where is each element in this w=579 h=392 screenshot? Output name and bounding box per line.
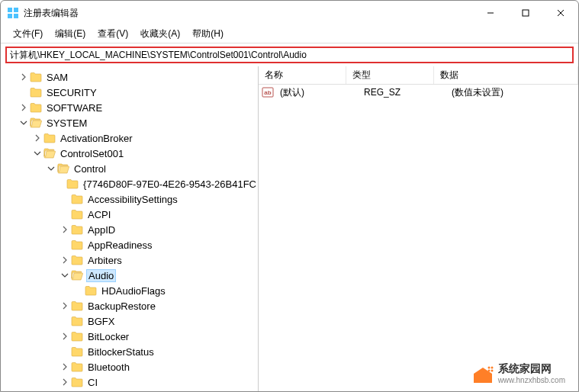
addressbar: [5, 47, 574, 63]
tree-node-label: SECURITY: [45, 86, 98, 99]
folder-closed-icon: [71, 316, 83, 326]
folder-open-icon: [57, 163, 69, 174]
maximize-button[interactable]: [508, 1, 543, 25]
address-input[interactable]: [10, 50, 569, 60]
tree-panel[interactable]: SAMSECURITYSOFTWARESYSTEMActivationBroke…: [1, 66, 259, 391]
folder-open-icon: [71, 270, 83, 281]
tree-node[interactable]: BGFX: [1, 313, 258, 329]
tree-node-label: BGFX: [86, 315, 116, 328]
list-header: 名称 类型 数据: [259, 66, 578, 85]
minimize-button[interactable]: [473, 1, 508, 25]
window-title: 注册表编辑器: [24, 7, 473, 20]
collapse-icon[interactable]: [45, 165, 57, 172]
tree-node-label: ActivationBroker: [59, 132, 134, 145]
folder-closed-icon: [71, 377, 83, 387]
col-header-data[interactable]: 数据: [434, 66, 578, 84]
tree-node-label: SOFTWARE: [45, 101, 104, 114]
tree-node[interactable]: Audio: [1, 268, 258, 283]
registry-editor-window: 注册表编辑器 文件(F) 编辑(E) 查看(V) 收藏夹(A) 帮助(H) SA…: [0, 0, 579, 392]
folder-closed-icon: [71, 224, 83, 235]
watermark-url: www.hnzxhbsb.com: [498, 376, 565, 384]
cell-data: (数值未设置): [449, 86, 578, 99]
watermark-title: 系统家园网: [498, 362, 565, 376]
expand-icon[interactable]: [31, 134, 43, 142]
svg-rect-11: [523, 10, 529, 16]
folder-closed-icon: [71, 239, 83, 250]
tree-node[interactable]: Bluetooth: [1, 359, 258, 374]
folder-closed-icon: [66, 178, 79, 189]
folder-closed-icon: [30, 72, 42, 82]
collapse-icon[interactable]: [31, 149, 43, 157]
tree-node-label: Arbiters: [86, 254, 124, 267]
menu-edit[interactable]: 编辑(E): [49, 26, 92, 42]
expand-icon[interactable]: [59, 302, 71, 310]
tree-node[interactable]: SYSTEM: [1, 115, 258, 130]
tree-node[interactable]: HDAudioFlags: [1, 283, 258, 298]
tree-node-label: CI: [86, 376, 99, 389]
folder-closed-icon: [71, 194, 83, 204]
tree-node-label: BackupRestore: [86, 300, 157, 313]
tree-node[interactable]: SECURITY: [1, 85, 258, 100]
folder-closed-icon: [71, 209, 83, 220]
expand-icon[interactable]: [59, 226, 71, 233]
cell-type: REG_SZ: [361, 87, 449, 98]
tree-node-label: AccessibilitySettings: [86, 193, 179, 206]
tree-node[interactable]: Control: [1, 161, 258, 176]
menu-file[interactable]: 文件(F): [7, 26, 49, 42]
tree-node[interactable]: SAM: [1, 69, 258, 85]
expand-icon[interactable]: [59, 256, 71, 264]
folder-closed-icon: [30, 102, 42, 113]
expand-icon[interactable]: [59, 378, 71, 386]
col-header-name[interactable]: 名称: [259, 66, 346, 84]
tree-node-label: SAM: [45, 71, 69, 84]
tree-node-label: SYSTEM: [45, 117, 88, 130]
tree-node-label: Bluetooth: [86, 361, 131, 374]
menubar: 文件(F) 编辑(E) 查看(V) 收藏夹(A) 帮助(H): [1, 25, 578, 43]
tree-node[interactable]: AppReadiness: [1, 237, 258, 252]
tree-node-label: Control: [72, 162, 108, 175]
menu-help[interactable]: 帮助(H): [186, 26, 230, 42]
tree-node[interactable]: CI: [1, 374, 258, 390]
collapse-icon[interactable]: [59, 272, 71, 279]
expand-icon[interactable]: [18, 73, 30, 81]
tree-node[interactable]: SOFTWARE: [1, 100, 258, 115]
tree-node-label: AppReadiness: [86, 239, 154, 252]
list-row[interactable]: (默认)REG_SZ(数值未设置): [259, 85, 578, 100]
menu-view[interactable]: 查看(V): [92, 26, 134, 42]
folder-closed-icon: [30, 87, 42, 98]
tree-node[interactable]: BitlockerStatus: [1, 344, 258, 359]
tree-node-label: {7746D80F-97E0-4E26-9543-26B41FC: [82, 178, 258, 191]
watermark-logo-icon: [472, 363, 494, 384]
tree-node[interactable]: AccessibilitySettings: [1, 191, 258, 207]
tree-node-label: BitlockerStatus: [86, 345, 156, 358]
folder-open-icon: [43, 148, 56, 159]
col-header-type[interactable]: 类型: [346, 66, 434, 84]
tree-node-label: HDAudioFlags: [100, 284, 167, 297]
list-body: (默认)REG_SZ(数值未设置): [259, 85, 578, 391]
close-button[interactable]: [543, 1, 578, 25]
expand-icon[interactable]: [18, 104, 30, 111]
tree-node-label: Audio: [86, 269, 116, 282]
folder-closed-icon: [71, 361, 83, 372]
expand-icon[interactable]: [59, 333, 71, 340]
folder-closed-icon: [71, 346, 83, 357]
tree-node[interactable]: ACPI: [1, 207, 258, 222]
expand-icon[interactable]: [59, 363, 71, 371]
tree-node-label: AppID: [86, 223, 117, 236]
folder-closed-icon: [71, 300, 83, 311]
tree-node[interactable]: AppID: [1, 222, 258, 237]
tree-node[interactable]: BitLocker: [1, 329, 258, 344]
folder-closed-icon: [71, 255, 83, 265]
folder-closed-icon: [85, 285, 97, 296]
titlebar: 注册表编辑器: [1, 1, 578, 25]
tree-node[interactable]: {7746D80F-97E0-4E26-9543-26B41FC: [1, 176, 258, 191]
tree-node[interactable]: BackupRestore: [1, 298, 258, 313]
menu-favorites[interactable]: 收藏夹(A): [134, 26, 186, 42]
tree-node[interactable]: ControlSet001: [1, 146, 258, 161]
tree-node-label: ACPI: [86, 208, 112, 221]
tree-node-label: BitLocker: [86, 330, 130, 343]
tree-node[interactable]: ActivationBroker: [1, 130, 258, 146]
tree-node[interactable]: Arbiters: [1, 252, 258, 268]
collapse-icon[interactable]: [18, 119, 30, 127]
folder-closed-icon: [43, 133, 56, 143]
